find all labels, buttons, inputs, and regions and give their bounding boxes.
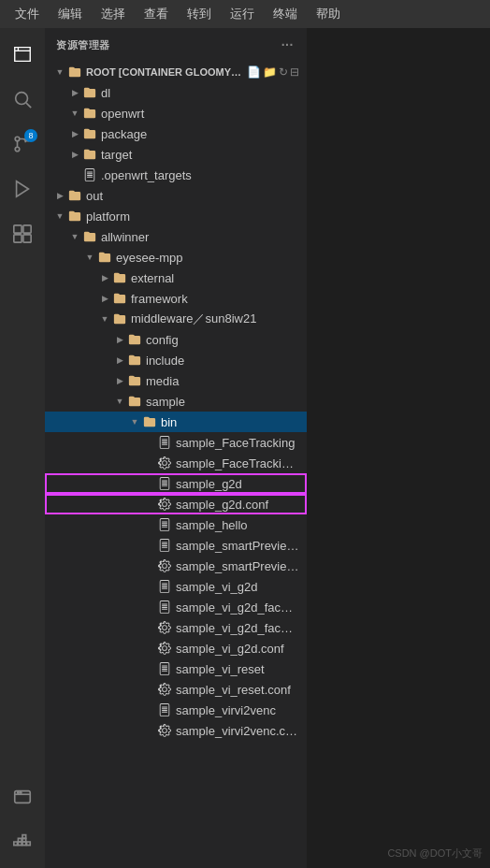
new-folder-icon[interactable]: 📁 (263, 65, 277, 79)
file-lines-icon (157, 538, 172, 553)
refresh-icon[interactable]: ↻ (279, 65, 288, 79)
folder-icon (142, 414, 157, 429)
folder-icon (127, 353, 142, 368)
new-file-icon[interactable]: 📄 (247, 65, 261, 79)
menu-edit[interactable]: 编辑 (50, 4, 90, 24)
tree-label: config (146, 333, 299, 347)
menu-select[interactable]: 选择 (94, 4, 133, 24)
gear-icon (157, 682, 172, 697)
tree-item-9[interactable]: ▼eyesee-mpp (45, 247, 307, 268)
menu-view[interactable]: 查看 (137, 4, 176, 24)
tree-item-26[interactable]: sample_vi_g2d_faceID (45, 597, 307, 617)
svg-point-2 (15, 137, 20, 141)
tree-label: sample_smartPreview_demo.conf (176, 559, 299, 573)
source-control-badge: 8 (24, 129, 37, 142)
tree-label: sample_virvi2venc.conf (176, 724, 299, 738)
tree-item-6[interactable]: ▶out (45, 185, 307, 206)
tree-arrow-icon: ▶ (67, 150, 82, 159)
tree-label: sample_vi_reset (176, 662, 299, 676)
svg-point-12 (20, 792, 21, 793)
gear-icon (157, 497, 172, 512)
explorer-activity-icon[interactable] (4, 36, 41, 73)
tree-label: sample_vi_reset.conf (176, 683, 299, 697)
tree-arrow-icon: ▶ (97, 294, 112, 303)
tree-label: external (131, 271, 299, 285)
folder-icon (127, 394, 142, 409)
sidebar: 资源管理器 ··· ▼ ROOT [CONTAINER GLOOMYGHOST/… (45, 28, 307, 868)
file-lines-icon (157, 702, 172, 717)
tree-item-8[interactable]: ▼allwinner (45, 226, 307, 247)
tree-item-10[interactable]: ▶external (45, 268, 307, 288)
tree-item-28[interactable]: sample_vi_g2d.conf (45, 638, 307, 658)
tree-label: sample_FaceTracking.conf (176, 456, 299, 470)
tree-item-16[interactable]: ▼sample (45, 391, 307, 412)
tree-item-27[interactable]: sample_vi_g2d_faceID.conf (45, 617, 307, 638)
folder-icon (82, 106, 97, 121)
extensions-activity-icon[interactable] (4, 215, 41, 253)
run-activity-icon[interactable] (4, 170, 41, 208)
file-lines-icon (157, 435, 172, 450)
gear-icon (157, 456, 172, 470)
tree-arrow-icon: ▼ (67, 108, 82, 118)
tree-item-5[interactable]: .openwrt_targets (45, 165, 307, 185)
tree-arrow-icon: ▶ (67, 88, 82, 97)
folder-icon (127, 332, 142, 347)
svg-rect-6 (14, 225, 22, 233)
tree-item-31[interactable]: sample_virvi2venc (45, 700, 307, 720)
source-control-activity-icon[interactable]: 8 (4, 125, 41, 163)
tree-item-15[interactable]: ▶media (45, 370, 307, 391)
sidebar-more-button[interactable]: ··· (280, 36, 295, 54)
file-lines-icon (157, 517, 172, 532)
sidebar-header-actions: ··· (280, 36, 295, 54)
tree-item-30[interactable]: sample_vi_reset.conf (45, 679, 307, 700)
tree-label: sample_virvi2venc (176, 703, 299, 717)
tree-item-1[interactable]: ▶dl (45, 82, 307, 103)
tree-item-24[interactable]: sample_smartPreview_demo.conf (45, 556, 307, 576)
file-lines-icon (157, 600, 172, 615)
remote-activity-icon[interactable] (4, 778, 41, 816)
tree-item-22[interactable]: sample_hello (45, 514, 307, 535)
menu-file[interactable]: 文件 (7, 4, 47, 24)
svg-rect-8 (14, 235, 22, 242)
tree-item-21[interactable]: sample_g2d.conf (45, 494, 307, 514)
sidebar-header: 资源管理器 ··· (45, 28, 307, 62)
tree-arrow-icon: ▶ (97, 273, 112, 282)
tree-label: sample_vi_g2d_faceID.conf (176, 621, 299, 635)
svg-point-11 (18, 792, 19, 793)
tree-item-3[interactable]: ▶package (45, 123, 307, 144)
menu-help[interactable]: 帮助 (309, 4, 348, 24)
tree-item-17[interactable]: ▼bin (45, 412, 307, 432)
tree-item-18[interactable]: sample_FaceTracking (45, 432, 307, 453)
gear-icon (157, 641, 172, 656)
tree-item-32[interactable]: sample_virvi2venc.conf (45, 720, 307, 741)
tree-label: allwinner (101, 230, 299, 244)
tree-item-12[interactable]: ▼middleware／sun8iw21 (45, 309, 307, 329)
tree-label: middleware／sun8iw21 (131, 311, 299, 327)
folder-icon (82, 147, 97, 162)
tree-item-11[interactable]: ▶framework (45, 288, 307, 309)
tree-item-4[interactable]: ▶target (45, 144, 307, 165)
collapse-icon[interactable]: ⊟ (290, 65, 299, 79)
search-activity-icon[interactable] (4, 80, 41, 118)
folder-icon (112, 270, 127, 285)
activity-bar: 8 (0, 28, 45, 868)
tree-item-25[interactable]: sample_vi_g2d (45, 576, 307, 597)
tree-label: sample_g2d (176, 477, 299, 491)
tree-item-14[interactable]: ▶include (45, 350, 307, 370)
tree-item-19[interactable]: sample_FaceTracking.conf (45, 453, 307, 473)
tree-item-2[interactable]: ▼openwrt (45, 103, 307, 123)
tree-label: dl (101, 86, 299, 100)
tree-item-13[interactable]: ▶config (45, 329, 307, 350)
tree-label: package (101, 127, 299, 141)
tree-item-7[interactable]: ▼platform (45, 206, 307, 226)
tree-item-20[interactable]: sample_g2d (45, 473, 307, 494)
menu-terminal[interactable]: 终端 (266, 4, 305, 24)
docker-activity-icon[interactable] (4, 823, 41, 861)
tree-item-23[interactable]: sample_smartPreview_demo (45, 535, 307, 556)
tree-label: out (86, 189, 299, 203)
menu-run[interactable]: 运行 (223, 4, 262, 24)
tree-item-29[interactable]: sample_vi_reset (45, 658, 307, 679)
tree-root[interactable]: ▼ ROOT [CONTAINER GLOOMYGHOST/YUZUKILIZ.… (45, 62, 307, 82)
tree-label: sample_g2d.conf (176, 498, 299, 512)
menu-goto[interactable]: 转到 (180, 4, 219, 24)
